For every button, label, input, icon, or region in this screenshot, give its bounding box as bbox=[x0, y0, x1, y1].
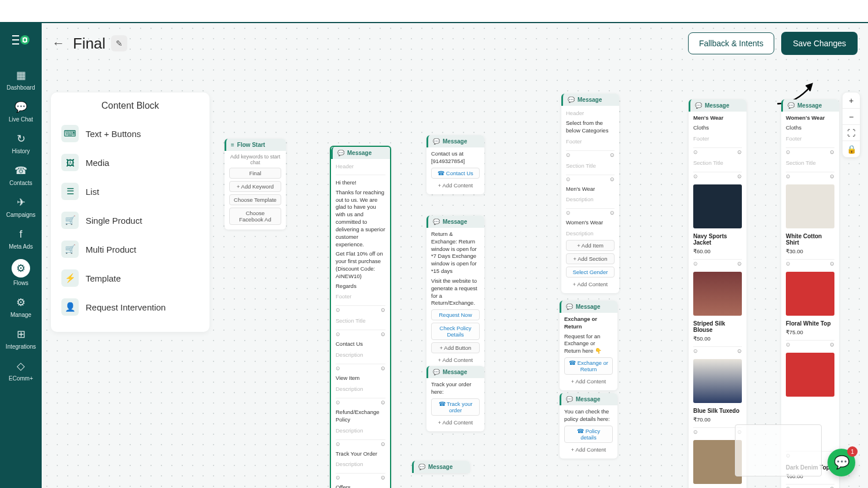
node-msg-exchange-return[interactable]: 💬Message Exchange or Return Request for … bbox=[560, 301, 617, 390]
product-price: ₹60.00 bbox=[693, 248, 742, 254]
add-content-button[interactable]: + Add Content bbox=[564, 445, 613, 454]
policy-details-button[interactable]: ☎ Policy details bbox=[564, 426, 613, 443]
add-item-button[interactable]: + Add Item bbox=[566, 240, 615, 251]
fit-button[interactable]: ⛶ bbox=[843, 125, 860, 141]
history-icon: ↻ bbox=[14, 132, 28, 146]
exchange-return-button[interactable]: ☎ Exchange or Return bbox=[564, 357, 613, 375]
footer-placeholder: Footer bbox=[693, 134, 742, 143]
workspace-header: ← Final ✎ Fallback & Intents Save Change… bbox=[42, 23, 868, 64]
add-button-button[interactable]: + Add Button bbox=[431, 342, 480, 353]
zoom-out-button[interactable]: − bbox=[843, 109, 860, 125]
list-item[interactable]: Track Your Order bbox=[336, 450, 385, 458]
product-image bbox=[786, 353, 834, 397]
header-actions: Fallback & Intents Save Changes bbox=[688, 32, 858, 55]
chat-icon: 💬 bbox=[433, 369, 440, 375]
node-msg-bottom[interactable]: 💬Message bbox=[412, 461, 470, 473]
cb-template[interactable]: ⚡Template bbox=[58, 264, 203, 293]
chat-icon: 💬 bbox=[433, 138, 440, 145]
cb-list[interactable]: ☰List bbox=[58, 177, 203, 206]
chat-icon: 💬 bbox=[566, 304, 573, 310]
body-text: Contact us at [9149327854] bbox=[431, 150, 480, 165]
nav-dashboard[interactable]: ▦Dashboard bbox=[0, 64, 42, 95]
edit-title-button[interactable]: ✎ bbox=[111, 35, 127, 51]
footer-placeholder: Footer bbox=[566, 137, 615, 146]
list-item[interactable]: Contact Us bbox=[336, 341, 385, 348]
track-order-button[interactable]: ☎ Track your order bbox=[431, 398, 480, 416]
body-text: Select from the below Categories bbox=[566, 120, 615, 135]
nav-livechat[interactable]: 💬Live Chat bbox=[0, 95, 42, 127]
add-content-button[interactable]: + Add Content bbox=[564, 377, 613, 386]
request-now-button[interactable]: Request Now bbox=[431, 309, 480, 320]
workspace[interactable]: ← Final ✎ Fallback & Intents Save Change… bbox=[42, 23, 868, 488]
send-icon: ✈ bbox=[14, 195, 28, 209]
node-msg-contact[interactable]: 💬Message Contact us at [9149327854] ☎ Co… bbox=[426, 135, 484, 194]
nav-manage[interactable]: ⚙Manage bbox=[0, 291, 42, 323]
content-block-title: Content Block bbox=[58, 101, 203, 111]
facebook-icon: f bbox=[14, 227, 28, 241]
list-item[interactable]: Offers bbox=[336, 484, 385, 488]
node-msg-main[interactable]: 💬Message Header Hi there! Thanks for rea… bbox=[330, 146, 391, 488]
lock-button[interactable]: 🔒 bbox=[843, 141, 860, 157]
contact-us-button[interactable]: ☎ Contact Us bbox=[431, 168, 480, 179]
nav-contacts[interactable]: ☎Contacts bbox=[0, 159, 42, 191]
nav-campaigns[interactable]: ✈Campaigns bbox=[0, 191, 42, 223]
section-title-placeholder: Section Title bbox=[566, 161, 615, 170]
add-keyword-button[interactable]: + Add Keyword bbox=[229, 181, 281, 192]
node-msg-categories[interactable]: 💬Message Header Select from the below Ca… bbox=[561, 94, 619, 293]
header-placeholder: Header bbox=[566, 109, 615, 117]
chat-icon: 💬 bbox=[695, 102, 702, 109]
list-item[interactable]: Men's Wear bbox=[566, 186, 615, 193]
add-content-button[interactable]: + Add Content bbox=[431, 181, 480, 190]
select-gender-button[interactable]: Select Gender bbox=[566, 267, 615, 278]
cb-text-buttons[interactable]: ⌨Text + Buttons bbox=[58, 119, 203, 148]
nav-ecomm[interactable]: ◇EComm+ bbox=[0, 354, 42, 386]
node-msg-policy[interactable]: 💬Message You can check the policy detail… bbox=[560, 393, 617, 459]
node-msg-track[interactable]: 💬Message Track your order here: ☎ Track … bbox=[426, 366, 484, 431]
body-text: Thanks for reaching out to us. We are gl… bbox=[336, 189, 385, 249]
media-icon: 🖼 bbox=[61, 154, 79, 171]
text-icon: ⌨ bbox=[61, 125, 79, 142]
choose-template-button[interactable]: Choose Template bbox=[229, 194, 281, 205]
zoom-in-button[interactable]: + bbox=[843, 93, 860, 109]
list-item[interactable]: Refund/Exchange Policy bbox=[336, 409, 385, 424]
greeting-text: Hi there! bbox=[336, 179, 385, 187]
section-row: ⊙⊙ bbox=[336, 330, 385, 338]
check-policy-button[interactable]: Check Policy Details bbox=[431, 323, 480, 340]
node-header: 💬Message bbox=[412, 461, 470, 473]
minimap[interactable] bbox=[735, 424, 822, 476]
add-section-button[interactable]: + Add Section bbox=[566, 253, 615, 264]
product-name: Floral White Top bbox=[786, 320, 834, 327]
add-content-button[interactable]: + Add Content bbox=[431, 418, 480, 427]
add-content-button[interactable]: + Add Content bbox=[566, 280, 615, 289]
add-content-button[interactable]: + Add Content bbox=[431, 356, 480, 364]
product-image bbox=[693, 184, 742, 228]
nav-metaads[interactable]: fMeta Ads bbox=[0, 223, 42, 254]
node-flow-start[interactable]: ≡Flow Start Add keywords to start chat F… bbox=[225, 139, 286, 230]
node-msg-return[interactable]: 💬Message Return & Exchange: Return windo… bbox=[426, 216, 484, 369]
keyword-chip[interactable]: Final bbox=[229, 168, 281, 179]
cb-media[interactable]: 🖼Media bbox=[58, 148, 203, 177]
nav-flows[interactable]: ⚙Flows bbox=[0, 254, 42, 291]
cb-request-intervention[interactable]: 👤Request Intervention bbox=[58, 293, 203, 321]
bolt-icon: ⚡ bbox=[61, 269, 79, 287]
choose-facebook-ad-button[interactable]: Choose Facebook Ad bbox=[229, 208, 281, 225]
contacts-icon: ☎ bbox=[14, 164, 28, 178]
section-row: ⊙⊙ bbox=[336, 439, 385, 448]
list-item[interactable]: View Item bbox=[336, 375, 385, 382]
integrations-icon: ⊞ bbox=[14, 327, 28, 341]
product-name: Striped Silk Blouse bbox=[693, 320, 742, 333]
cb-single-product[interactable]: 🛒Single Product bbox=[58, 206, 203, 235]
fallback-intents-button[interactable]: Fallback & Intents bbox=[688, 32, 774, 54]
section-title-placeholder: Section Title bbox=[786, 158, 834, 167]
intercom-chat-button[interactable]: 💬 1 bbox=[827, 449, 855, 476]
nav-integrations[interactable]: ⊞Integrations bbox=[0, 323, 42, 354]
list-item[interactable]: Women's Wear bbox=[566, 219, 615, 227]
cb-multi-product[interactable]: 🛒Multi Product bbox=[58, 235, 203, 264]
product-name: Blue Silk Tuxedo bbox=[693, 408, 742, 414]
product-price: ₹70.00 bbox=[693, 416, 742, 423]
page-title: Final bbox=[73, 35, 105, 53]
section-title-placeholder: Section Title bbox=[693, 158, 742, 167]
nav-history[interactable]: ↻History bbox=[0, 127, 42, 159]
back-arrow-icon[interactable]: ← bbox=[52, 36, 65, 51]
save-changes-button[interactable]: Save Changes bbox=[781, 32, 858, 55]
